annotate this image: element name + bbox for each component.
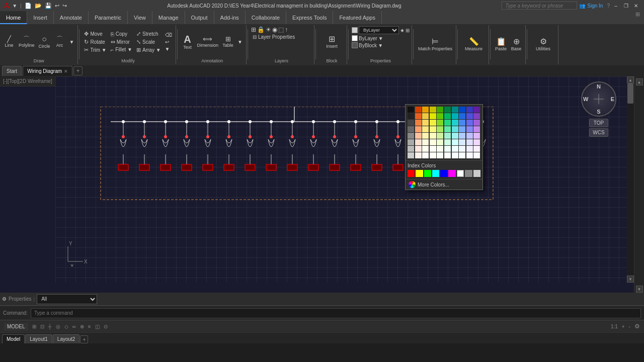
color-cell[interactable] — [459, 139, 465, 145]
zoom-in-icon[interactable]: + — [622, 324, 625, 329]
color-cell[interactable] — [437, 126, 443, 132]
index-blue[interactable] — [440, 170, 447, 177]
title-menu-file[interactable]: ▼ — [12, 3, 17, 9]
color-cell[interactable] — [466, 146, 473, 152]
color-cell[interactable] — [459, 133, 465, 139]
bylayer-dropdown[interactable]: ▼ — [378, 36, 383, 41]
tab-collaborate[interactable]: Collaborate — [246, 11, 286, 24]
color-cell[interactable] — [430, 126, 436, 132]
color-cell[interactable] — [473, 133, 480, 139]
tab-addins[interactable]: Add-ins — [214, 11, 246, 24]
color-cell[interactable] — [430, 113, 436, 119]
color-cell[interactable] — [473, 107, 480, 113]
tab-parametric[interactable]: Parametric — [89, 11, 128, 24]
color-cell[interactable] — [459, 120, 465, 126]
compass-rose[interactable]: N S E W — [581, 81, 616, 117]
properties-type-dropdown[interactable]: All — [37, 294, 97, 304]
save-icon[interactable]: 💾 — [45, 3, 52, 9]
ribbon-options-icon[interactable]: ⊞ — [631, 11, 644, 24]
transparency-toggle[interactable]: ◫ — [95, 324, 100, 329]
color-cell[interactable] — [444, 120, 451, 126]
color-cell[interactable] — [452, 139, 458, 145]
tab-manage[interactable]: Manage — [152, 11, 185, 24]
move-button[interactable]: ✥ Move — [83, 30, 108, 38]
color-cell[interactable] — [422, 152, 429, 158]
color-cell[interactable] — [408, 139, 414, 145]
array-button[interactable]: ⊞ Array ▼ — [135, 46, 163, 54]
measure-button[interactable]: 📏 Measure — [463, 37, 484, 52]
rotate-button[interactable]: ↻ Rotate — [83, 38, 108, 46]
index-red[interactable] — [408, 170, 415, 177]
color-cell[interactable] — [437, 107, 443, 113]
window-restore-button[interactable]: ❐ — [622, 2, 630, 9]
sign-in-button[interactable]: Sign In — [587, 3, 603, 9]
color-cell[interactable] — [415, 133, 422, 139]
tab-featured[interactable]: Featured Apps — [333, 11, 382, 24]
search-input[interactable] — [502, 2, 577, 10]
insert-button[interactable]: ⊞ Insert — [325, 34, 339, 50]
copy-button[interactable]: ⎘ Copy — [109, 31, 134, 38]
color-cell[interactable] — [473, 139, 480, 145]
index-yellow[interactable] — [416, 170, 423, 177]
color-cell[interactable] — [466, 152, 473, 158]
draw-circle-button[interactable]: ○ Circle — [37, 34, 52, 50]
undo-icon[interactable]: ↩ — [55, 3, 59, 9]
draw-line-button[interactable]: ╱ Line — [2, 35, 16, 49]
tab-insert[interactable]: Insert — [27, 11, 54, 24]
right-scroll-up[interactable]: ▲ — [636, 78, 643, 85]
window-close-button[interactable]: ✕ — [632, 2, 640, 9]
window-min-button[interactable]: – — [612, 2, 620, 9]
color-cell[interactable] — [452, 120, 458, 126]
tab-annotate[interactable]: Annotate — [54, 11, 89, 24]
color-cell[interactable] — [437, 152, 443, 158]
lw-toggle[interactable]: ≡ — [88, 324, 91, 329]
paste-button[interactable]: 📋 Paste — [494, 37, 508, 52]
color-cell[interactable] — [444, 133, 451, 139]
scale-button[interactable]: ⤡ Scale — [135, 38, 163, 46]
color-cell[interactable] — [466, 133, 473, 139]
color-cell[interactable] — [408, 146, 414, 152]
right-scroll-down[interactable]: ▼ — [636, 286, 643, 293]
color-cell[interactable] — [444, 113, 451, 119]
color-cell[interactable] — [408, 113, 414, 119]
layer-properties-button[interactable]: ⊟ Layer Properties — [251, 34, 296, 40]
color-cell[interactable] — [415, 139, 422, 145]
tab-home[interactable]: Home — [0, 11, 27, 24]
stretch-button[interactable]: ⤢ Stretch — [135, 30, 163, 38]
layer-icon-5[interactable]: ⬚ — [278, 26, 284, 33]
mirror-button[interactable]: ⇔ Mirror — [109, 38, 134, 46]
tab-view[interactable]: View — [128, 11, 152, 24]
color-cell[interactable] — [408, 152, 414, 158]
doc-tab-wiring[interactable]: Wiring Diagram ✕ — [23, 66, 72, 76]
color-cell[interactable] — [430, 152, 436, 158]
layout-tab-model[interactable]: Model — [2, 334, 25, 343]
color-cell[interactable] — [466, 113, 473, 119]
color-cell[interactable] — [415, 146, 422, 152]
layer-icon-1[interactable]: ⊞ — [251, 26, 256, 33]
bylayer-swatch[interactable] — [352, 35, 358, 41]
layer-select-dropdown[interactable]: ByLayer — [359, 26, 399, 34]
settings-icon[interactable]: ⚙ — [634, 323, 640, 330]
scroll-thumb[interactable] — [627, 83, 633, 104]
color-cell[interactable] — [444, 146, 451, 152]
open-icon[interactable]: 📂 — [35, 3, 42, 9]
index-gray2[interactable] — [473, 170, 480, 177]
color-cell[interactable] — [466, 126, 473, 132]
color-cell[interactable] — [452, 152, 458, 158]
zoom-out-icon[interactable]: - — [629, 324, 630, 329]
color-cell[interactable] — [437, 146, 443, 152]
layer-extra-icon[interactable]: ⊞ — [406, 28, 410, 33]
modify-expand-button[interactable]: ▼ — [164, 46, 174, 52]
byblock-swatch[interactable] — [352, 42, 358, 48]
trim-button[interactable]: ✂ Trim ▼ — [83, 46, 108, 54]
color-cell[interactable] — [452, 146, 458, 152]
color-cell[interactable] — [473, 152, 480, 158]
color-cell[interactable] — [444, 107, 451, 113]
color-cell[interactable] — [408, 107, 414, 113]
color-cell[interactable] — [430, 133, 436, 139]
new-icon[interactable]: 📄 — [25, 3, 32, 9]
model-indicator[interactable]: MODEL — [4, 323, 28, 330]
color-cell[interactable] — [459, 146, 465, 152]
layer-icon-6[interactable]: ↑ — [285, 26, 288, 33]
color-picker-dropdown[interactable]: Index Colors More Colors... — [405, 104, 483, 190]
